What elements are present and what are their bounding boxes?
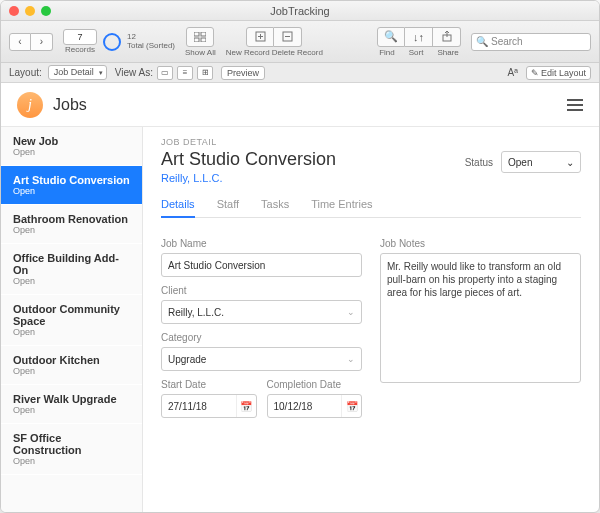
app-logo-icon: j <box>17 92 43 118</box>
chevron-down-icon: ⌄ <box>347 354 355 364</box>
nav-back-forward: ‹ › <box>9 33 53 51</box>
client-label: Client <box>161 285 362 296</box>
sidebar-item-subtitle: Open <box>13 276 130 286</box>
show-all-button[interactable] <box>186 27 214 47</box>
titlebar: JobTracking <box>1 1 599 21</box>
page-header: j Jobs <box>1 83 599 127</box>
sidebar-item[interactable]: River Walk UpgradeOpen <box>1 385 142 424</box>
view-list-icon[interactable]: ≡ <box>177 66 193 80</box>
svg-rect-3 <box>201 38 206 42</box>
sidebar-item-title: SF Office Construction <box>13 432 130 456</box>
toolbar: ‹ › 7 Records 12Total (Sorted) Show All … <box>1 21 599 63</box>
nav-back-button[interactable]: ‹ <box>9 33 31 51</box>
layout-label: Layout: <box>9 67 42 78</box>
sidebar-item[interactable]: Office Building Add-OnOpen <box>1 244 142 295</box>
tab-details[interactable]: Details <box>161 198 195 218</box>
sidebar-item-title: Office Building Add-On <box>13 252 130 276</box>
calendar-icon[interactable]: 📅 <box>341 395 361 417</box>
sidebar-item-title: New Job <box>13 135 130 147</box>
sidebar-item-subtitle: Open <box>13 405 130 415</box>
pencil-icon: ✎ <box>531 67 539 79</box>
tab-time-entries[interactable]: Time Entries <box>311 198 372 217</box>
nav-forward-button[interactable]: › <box>31 33 53 51</box>
status-label: Status <box>465 157 493 168</box>
tab-staff[interactable]: Staff <box>217 198 239 217</box>
job-title: Art Studio Conversion <box>161 149 465 170</box>
sidebar-item-subtitle: Open <box>13 366 130 376</box>
main-panel: JOB DETAIL Art Studio Conversion Reilly,… <box>143 127 599 512</box>
record-number-field[interactable]: 7 <box>63 29 97 45</box>
category-label: Category <box>161 332 362 343</box>
calendar-icon[interactable]: 📅 <box>236 395 256 417</box>
completion-date-field[interactable]: 10/12/18📅 <box>267 394 363 418</box>
sidebar: New JobOpenArt Studio ConversionOpenBath… <box>1 127 143 512</box>
new-record-button[interactable] <box>246 27 274 47</box>
sidebar-item[interactable]: New JobOpen <box>1 127 142 166</box>
record-pie-icon[interactable] <box>103 33 121 51</box>
menu-icon[interactable] <box>567 99 583 111</box>
client-link[interactable]: Reilly, L.L.C. <box>161 172 465 184</box>
sidebar-item[interactable]: Bathroom RenovationOpen <box>1 205 142 244</box>
edit-layout-button[interactable]: ✎Edit Layout <box>526 66 591 80</box>
sidebar-item[interactable]: SF Office ConstructionOpen <box>1 424 142 475</box>
status-select[interactable]: Open⌄ <box>501 151 581 173</box>
tab-bar: DetailsStaffTasksTime Entries <box>161 198 581 218</box>
sidebar-item[interactable]: Art Studio ConversionOpen <box>1 166 142 205</box>
chevron-down-icon: ⌄ <box>566 157 574 168</box>
sort-button[interactable]: ↓↑ <box>405 27 433 47</box>
sidebar-item-title: Outdoor Community Space <box>13 303 130 327</box>
search-icon: 🔍 <box>476 36 488 47</box>
sidebar-item-subtitle: Open <box>13 225 130 235</box>
chevron-down-icon: ⌄ <box>347 307 355 317</box>
start-date-field[interactable]: 27/11/18📅 <box>161 394 257 418</box>
svg-rect-2 <box>194 38 199 42</box>
record-total-text: 12Total (Sorted) <box>127 33 175 51</box>
text-format-button[interactable]: Aª <box>508 67 518 78</box>
viewas-label: View As: <box>115 67 153 78</box>
layout-bar: Layout: Job Detail View As: ▭ ≡ ⊞ Previe… <box>1 63 599 83</box>
sidebar-item-title: Outdoor Kitchen <box>13 354 130 366</box>
svg-rect-1 <box>201 32 206 36</box>
share-button[interactable] <box>433 27 461 47</box>
sidebar-item-title: Bathroom Renovation <box>13 213 130 225</box>
sidebar-item-title: River Walk Upgrade <box>13 393 130 405</box>
start-date-label: Start Date <box>161 379 257 390</box>
window-title: JobTracking <box>1 5 599 17</box>
body: New JobOpenArt Studio ConversionOpenBath… <box>1 127 599 512</box>
search-field[interactable]: 🔍Search <box>471 33 591 51</box>
tab-tasks[interactable]: Tasks <box>261 198 289 217</box>
record-navigator: 7 Records 12Total (Sorted) <box>63 29 175 54</box>
job-name-label: Job Name <box>161 238 362 249</box>
sidebar-item-title: Art Studio Conversion <box>13 174 130 186</box>
job-name-field[interactable]: Art Studio Conversion <box>161 253 362 277</box>
app-window: JobTracking ‹ › 7 Records 12Total (Sorte… <box>0 0 600 513</box>
layout-select[interactable]: Job Detail <box>48 65 107 80</box>
sidebar-item-subtitle: Open <box>13 456 130 466</box>
sidebar-item-subtitle: Open <box>13 147 130 157</box>
delete-record-button[interactable] <box>274 27 302 47</box>
sidebar-item-subtitle: Open <box>13 327 130 337</box>
notes-label: Job Notes <box>380 238 581 249</box>
svg-rect-0 <box>194 32 199 36</box>
page-title: Jobs <box>53 96 87 114</box>
sidebar-item-subtitle: Open <box>13 186 130 196</box>
breadcrumb: JOB DETAIL <box>161 137 465 147</box>
preview-button[interactable]: Preview <box>221 66 265 80</box>
category-select[interactable]: Upgrade⌄ <box>161 347 362 371</box>
find-button[interactable]: 🔍 <box>377 27 405 47</box>
completion-date-label: Completion Date <box>267 379 363 390</box>
new-delete-group: New RecordDelete Record <box>226 27 323 57</box>
view-form-icon[interactable]: ▭ <box>157 66 173 80</box>
sidebar-item[interactable]: Outdoor KitchenOpen <box>1 346 142 385</box>
notes-textarea[interactable]: Mr. Reilly would like to transform an ol… <box>380 253 581 383</box>
client-select[interactable]: Reilly, L.L.C.⌄ <box>161 300 362 324</box>
records-label: Records <box>65 45 95 54</box>
view-table-icon[interactable]: ⊞ <box>197 66 213 80</box>
sidebar-item[interactable]: Outdoor Community SpaceOpen <box>1 295 142 346</box>
find-sort-share-group: 🔍 ↓↑ FindSortShare <box>377 27 461 57</box>
show-all-group: Show All <box>185 27 216 57</box>
